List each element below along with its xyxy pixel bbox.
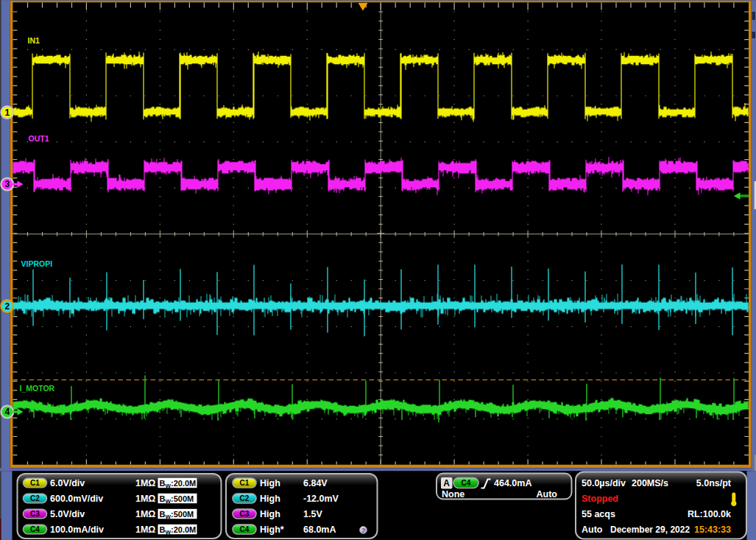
svg-text:None: None [442, 489, 464, 499]
svg-text:100.0mA/div: 100.0mA/div [50, 525, 104, 535]
svg-text:Auto: Auto [537, 489, 558, 499]
svg-text:6.0V/div: 6.0V/div [50, 478, 85, 488]
svg-text:High: High [260, 494, 280, 504]
svg-text:OUT1: OUT1 [29, 134, 49, 143]
svg-text:RL:100.0k: RL:100.0k [688, 509, 731, 519]
svg-text:VIPROPI: VIPROPI [21, 259, 53, 268]
svg-text:C3: C3 [240, 510, 250, 518]
svg-text:C1: C1 [30, 479, 40, 487]
svg-text:1MΩ: 1MΩ [135, 478, 155, 488]
svg-text:464.0mA: 464.0mA [494, 478, 531, 488]
svg-text:Auto: Auto [582, 525, 603, 535]
svg-text:C2: C2 [30, 494, 40, 502]
svg-text:55 acqs: 55 acqs [582, 509, 615, 519]
svg-text:C4: C4 [30, 525, 40, 533]
svg-text:3: 3 [4, 179, 10, 189]
svg-text:A: A [443, 478, 450, 488]
svg-text:5.0V/div: 5.0V/div [50, 509, 85, 519]
svg-text:1MΩ: 1MΩ [135, 525, 155, 535]
svg-text:December 29, 2022: December 29, 2022 [610, 525, 690, 535]
svg-text:I_MOTOR: I_MOTOR [20, 384, 55, 393]
svg-text:C4: C4 [462, 479, 471, 487]
svg-text:68.0mA: 68.0mA [303, 525, 336, 535]
svg-text:5.0ns/pt: 5.0ns/pt [696, 478, 732, 488]
svg-text:High: High [260, 478, 280, 488]
svg-text:High*: High* [260, 525, 284, 535]
svg-text:C4: C4 [240, 525, 250, 533]
svg-text:1: 1 [4, 108, 10, 118]
svg-text:C3: C3 [30, 510, 40, 518]
svg-text:50.0µs/div: 50.0µs/div [582, 478, 626, 488]
svg-text:1.5V: 1.5V [303, 509, 322, 519]
svg-text:4: 4 [4, 407, 10, 417]
svg-text:High: High [260, 509, 280, 519]
svg-text:?: ? [361, 527, 366, 534]
svg-text:1MΩ: 1MΩ [135, 509, 155, 519]
svg-text:1MΩ: 1MΩ [135, 494, 155, 504]
svg-text:15:43:33: 15:43:33 [694, 525, 731, 535]
svg-text:2: 2 [4, 301, 10, 312]
svg-text:600.0mV/div: 600.0mV/div [50, 494, 103, 504]
svg-text:Stopped: Stopped [582, 494, 618, 504]
svg-text:-12.0mV: -12.0mV [303, 494, 339, 504]
svg-text:IN1: IN1 [28, 36, 40, 45]
svg-text:200MS/s: 200MS/s [632, 478, 668, 488]
svg-text:C2: C2 [240, 494, 250, 502]
svg-text:C1: C1 [240, 479, 250, 487]
svg-text:6.84V: 6.84V [303, 478, 328, 488]
